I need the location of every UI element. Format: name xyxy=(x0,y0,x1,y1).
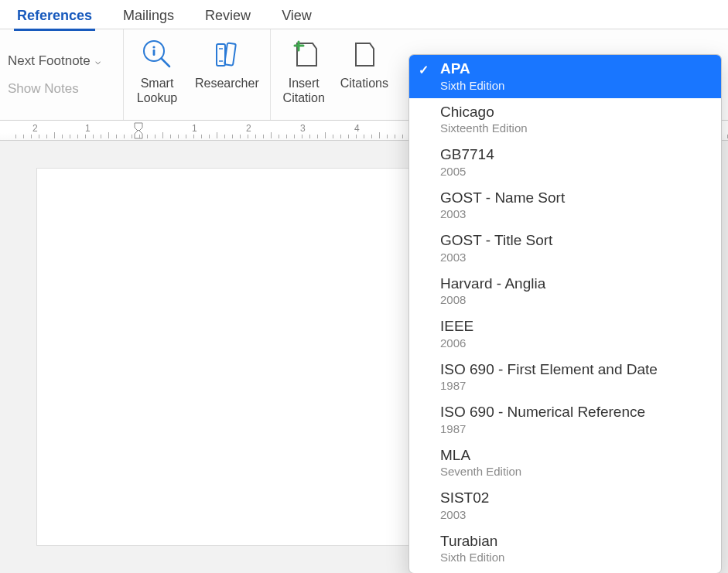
citation-style-name: Turabian xyxy=(440,532,710,551)
citation-style-name: ISO 690 - Numerical Reference xyxy=(440,403,710,421)
citation-style-name: SIST02 xyxy=(440,489,710,507)
citation-style-name: MLA xyxy=(440,446,710,465)
citation-style-option[interactable]: GOST - Title Sort2003 xyxy=(409,227,721,270)
ruler-tick xyxy=(31,135,32,138)
citations-button[interactable]: Citations xyxy=(340,36,388,90)
citation-style-option[interactable]: Harvard - Anglia2008 xyxy=(409,270,721,313)
ruler-number: 4 xyxy=(354,123,360,134)
ruler-tick xyxy=(402,135,403,138)
ruler-tick xyxy=(333,135,333,138)
ruler-tick xyxy=(124,135,125,138)
ruler-tick xyxy=(325,132,326,138)
svg-rect-3 xyxy=(153,49,156,56)
ruler-tick xyxy=(108,132,109,138)
insert-citation-button[interactable]: Insert Citation xyxy=(282,36,326,105)
ruler-tick xyxy=(178,135,179,138)
citation-style-subtitle: 2008 xyxy=(440,293,710,308)
ruler-tick xyxy=(255,135,256,138)
citation-style-name: GOST - Title Sort xyxy=(440,231,710,250)
tab-references[interactable]: References xyxy=(15,5,94,30)
next-footnote-button[interactable]: Next Footnote ⌵ xyxy=(8,53,112,69)
citation-style-name: ISO 690 - First Element and Date xyxy=(440,360,710,379)
citations-icon xyxy=(351,36,378,73)
citation-style-option[interactable]: IEEE2006 xyxy=(409,312,721,356)
citation-style-option[interactable]: GB77142005 xyxy=(409,141,721,184)
smart-lookup-button[interactable]: Smart Lookup xyxy=(135,36,179,105)
ruler-number: 1 xyxy=(85,123,91,134)
ribbon-group-citations: Insert Citation Citations xyxy=(271,29,399,120)
ruler-tick xyxy=(93,135,94,138)
ruler-number: 3 xyxy=(300,123,306,134)
ruler-tick xyxy=(23,135,24,138)
ruler-tick xyxy=(54,132,55,138)
svg-marker-9 xyxy=(135,130,142,138)
citation-style-subtitle: Seventh Edition xyxy=(440,465,710,479)
smart-lookup-label: Smart Lookup xyxy=(137,76,178,105)
ruler-tick xyxy=(248,135,248,138)
check-icon: ✓ xyxy=(419,63,429,78)
ruler-tick xyxy=(116,135,117,138)
ruler-tick xyxy=(379,132,380,138)
svg-rect-5 xyxy=(224,43,236,65)
citation-style-option[interactable]: MLASeventh Edition xyxy=(409,442,721,485)
ruler-number: 2 xyxy=(246,123,251,134)
ruler-tick xyxy=(364,135,364,138)
citation-style-name: Chicago xyxy=(440,103,710,121)
ruler-tick xyxy=(340,135,341,138)
citation-style-subtitle: Sixth Edition xyxy=(440,79,710,94)
ruler-tick xyxy=(201,135,202,138)
show-notes-label: Show Notes xyxy=(8,81,79,97)
books-icon xyxy=(210,36,243,73)
left-margin-marker-icon[interactable] xyxy=(134,121,143,141)
citation-style-option[interactable]: ISO 690 - First Element and Date1987 xyxy=(409,356,721,399)
tab-review[interactable]: Review xyxy=(203,5,252,30)
ruler-tick xyxy=(162,132,163,138)
researcher-button[interactable]: Researcher xyxy=(195,36,259,90)
citation-style-subtitle: 2006 xyxy=(440,336,710,351)
insert-citation-label: Insert Citation xyxy=(283,76,325,105)
ruler-tick xyxy=(395,135,395,138)
ruler-tick xyxy=(39,135,39,138)
ruler-tick xyxy=(217,132,217,138)
ruler-tick xyxy=(286,135,287,138)
citation-style-subtitle: 2003 xyxy=(440,508,710,523)
ruler-tick xyxy=(46,135,47,138)
citation-style-option[interactable]: SIST022003 xyxy=(409,484,721,527)
ruler-tick xyxy=(147,135,148,138)
ruler-tick xyxy=(240,135,241,138)
citation-style-option[interactable]: TurabianSixth Edition xyxy=(409,527,721,571)
insert-citation-icon xyxy=(288,36,320,73)
ruler-tick xyxy=(371,135,372,138)
ruler-tick xyxy=(279,135,279,138)
citation-style-subtitle: 1987 xyxy=(440,379,710,394)
tab-view[interactable]: View xyxy=(280,5,313,30)
citation-style-subtitle: 2003 xyxy=(440,207,710,222)
citation-style-option[interactable]: ISO 690 - Numerical Reference1987 xyxy=(409,398,721,442)
citation-style-option[interactable]: ChicagoSixteenth Edition xyxy=(409,98,721,142)
chevron-down-icon: ⌵ xyxy=(95,56,101,67)
ruler-tick xyxy=(15,135,16,138)
ruler-tick xyxy=(193,135,194,138)
show-notes-button[interactable]: Show Notes xyxy=(8,81,112,97)
tab-mailings[interactable]: Mailings xyxy=(121,5,176,30)
citation-style-subtitle: 2005 xyxy=(440,165,710,179)
citation-style-option[interactable]: GOST - Name Sort2003 xyxy=(409,184,721,227)
ruler-tick xyxy=(224,135,225,138)
ruler-tick xyxy=(271,132,272,138)
citation-style-name: Harvard - Anglia xyxy=(440,275,710,293)
ruler-tick xyxy=(309,135,310,138)
ruler-tick xyxy=(317,135,318,138)
researcher-label: Researcher xyxy=(195,76,259,90)
citations-label: Citations xyxy=(340,76,388,90)
svg-rect-4 xyxy=(217,44,225,66)
next-footnote-label: Next Footnote xyxy=(8,53,91,69)
citation-style-name: IEEE xyxy=(440,317,710,336)
ruler-tick xyxy=(77,135,78,138)
citation-style-option[interactable]: ✓APASixth Edition xyxy=(409,55,721,98)
citation-style-name: GB7714 xyxy=(440,145,710,164)
svg-line-1 xyxy=(162,59,169,67)
citation-style-subtitle: 1987 xyxy=(440,422,710,437)
ruler-tick xyxy=(62,135,63,138)
ruler-number: 1 xyxy=(192,123,197,134)
ruler-number: 2 xyxy=(32,123,38,134)
